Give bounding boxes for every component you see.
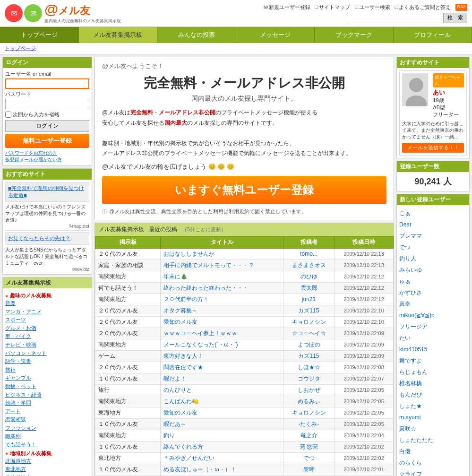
title-link[interactable]: こんばんわ🍋: [163, 398, 199, 405]
title-link[interactable]: メールこなくなった(´・ω・`): [163, 341, 238, 348]
bbs-link-pc[interactable]: パソコン・ネット: [5, 349, 89, 358]
bbs-link-hokkaido[interactable]: 北海道地方: [5, 457, 89, 466]
send-mail-link[interactable]: メールを送信する！！: [402, 143, 464, 153]
date-cell: 2009/12/10 22:12: [334, 282, 393, 294]
bbs-link-car[interactable]: 車・バイク: [5, 332, 89, 341]
new-user-link-item[interactable]: ゅぁ: [399, 276, 467, 287]
title-link[interactable]: める友ぼしゅー（・ω・）！: [163, 466, 236, 473]
new-user-link-item[interactable]: こぁ: [399, 208, 467, 219]
new-user-link-item[interactable]: m.ayumi: [399, 412, 467, 423]
sitemap-link[interactable]: □ サイトマップ: [315, 4, 351, 11]
info-icon: ⓘ: [102, 208, 107, 215]
remember-checkbox[interactable]: [5, 112, 11, 118]
title-link[interactable]: オタク募集～: [163, 307, 197, 314]
new-user-link-item[interactable]: 釣り人: [399, 253, 467, 264]
nav-top-page[interactable]: トップページ: [0, 27, 79, 43]
register-button[interactable]: 無料ユーザー登録: [5, 134, 89, 148]
new-user-link-item[interactable]: ktm410515: [399, 344, 467, 355]
new-user-link-item[interactable]: でつ: [399, 242, 467, 253]
register-banner-button[interactable]: いますぐ無料ユーザー登録: [102, 176, 386, 204]
bbs-link-business[interactable]: ビジネス・経済: [5, 391, 89, 399]
title-link[interactable]: 関西在住です★: [163, 364, 203, 371]
nav-message[interactable]: メッセージ: [236, 27, 315, 43]
bbs-link-music[interactable]: 音楽: [5, 299, 89, 308]
bbs-link-job[interactable]: 職業別: [5, 433, 89, 441]
new-user-link-item[interactable]: クライフ: [399, 468, 467, 476]
title-link[interactable]: 愛知のメル友: [163, 319, 197, 325]
new-user-link-item[interactable]: 真咲☆: [399, 423, 467, 434]
usage-note: ⓘ @メル友は異性交流、異性交際を目的とした利用は利用規約で固く禁止しています。: [102, 208, 386, 215]
new-user-link-item[interactable]: mikuo(≧∀≦)o: [399, 310, 467, 321]
bbs-link-food[interactable]: グルメ・お酒: [5, 324, 89, 333]
nav-bbs[interactable]: メル友募集掲示板: [79, 27, 158, 43]
nav-vote[interactable]: みんなの投票: [157, 27, 236, 43]
search-input[interactable]: [347, 13, 441, 23]
new-user-link-item[interactable]: 舞ですよ: [399, 355, 467, 366]
bbs-link-pet[interactable]: 動物・ペット: [5, 382, 89, 391]
title-link[interactable]: のんびりと: [163, 387, 192, 393]
new-user-link-item[interactable]: しょた★: [399, 400, 467, 412]
bbs-link-love[interactable]: 恋愛相談: [5, 415, 89, 424]
login-button[interactable]: ログイン: [5, 120, 89, 132]
search-button[interactable]: 検 索: [443, 13, 467, 23]
new-user-link-item[interactable]: 真幸: [399, 298, 467, 310]
profile-job: フリーター: [433, 111, 464, 118]
title-link[interactable]: 暇だよ！: [163, 375, 186, 382]
bbs-link-tohoku[interactable]: 東北地方: [5, 465, 89, 474]
title-link[interactable]: ２０代前半の方！: [163, 296, 209, 303]
date-cell: 2009/12/10 22:01: [334, 464, 393, 475]
bbs-link-reading[interactable]: 語学・読書: [5, 357, 89, 366]
nav-bookmark[interactable]: ブックマーク: [315, 27, 394, 43]
new-user-link-item[interactable]: のらくら: [399, 457, 467, 468]
rec-banner-link-2[interactable]: お見くなったらその先は？: [8, 235, 70, 241]
profile-badge: @きゃーちゃん: [433, 73, 464, 87]
forgot-password-link[interactable]: パスワードをお忘れの方: [5, 150, 89, 156]
new-user-link-item[interactable]: 白優: [399, 446, 467, 457]
faq-link[interactable]: □ よくあるご質問と答え: [395, 4, 451, 11]
title-link[interactable]: 終わった終わった終わった・・・: [163, 285, 249, 291]
nav-profile[interactable]: プロフィール: [394, 27, 472, 43]
user-search-link[interactable]: □ ユーザー検索: [355, 4, 390, 11]
title-link[interactable]: 年末に🎄: [163, 273, 188, 280]
bbs-link-travel[interactable]: 旅行: [5, 366, 89, 374]
board-cell: 旅行: [95, 384, 161, 396]
bbs-link-art[interactable]: アート: [5, 407, 89, 416]
new-user-link-item[interactable]: しょたたたた: [399, 434, 467, 446]
bbs-link-anime[interactable]: マンガ・アニメ: [5, 308, 89, 316]
rec-banner-link-1[interactable]: ■完全無料で理想の仲間を見つける近道■: [8, 185, 84, 198]
breadcrumb-link[interactable]: トップページ: [5, 45, 36, 51]
password-input[interactable]: [5, 99, 89, 109]
bbs-link-sports[interactable]: スポーツ: [5, 316, 89, 324]
new-user-link-item[interactable]: たい: [399, 332, 467, 344]
title-link[interactable]: 暇だあ～: [163, 421, 186, 427]
new-user-link[interactable]: ✉ 新規ユーザー登録: [264, 4, 310, 11]
new-user-link-item[interactable]: Dear: [399, 219, 467, 230]
new-user-link-item[interactable]: もんだぴ: [399, 389, 467, 400]
title-link[interactable]: ｗｗｗコーヘイ参上！ｗｗｗ: [163, 330, 237, 337]
bbs-link-gamble[interactable]: ギャンブル: [5, 374, 89, 382]
title-link[interactable]: 東方好きな人！: [163, 353, 203, 359]
title-link[interactable]: 愛知のメル友: [163, 409, 197, 416]
table-row: 東海地方 愛知のメル友 キョロノシン 2009/12/10 22:05: [95, 407, 394, 418]
new-user-link-item[interactable]: らじょもん: [399, 366, 467, 378]
title-link[interactable]: ＊みやぎ／せんだい: [163, 455, 215, 461]
new-user-link-item[interactable]: 椎名林檎: [399, 378, 467, 389]
bbs-link-kitashinetsu[interactable]: 北信越地方: [5, 474, 89, 476]
header-links: ✉ 新規ユーザー登録 □ サイトマップ □ ユーザー検索 □ よくあるご質問と答…: [264, 4, 467, 11]
title-link[interactable]: 絡んでくれる方: [163, 443, 203, 450]
bbs-link-tv[interactable]: テレビ・映画: [5, 341, 89, 349]
title-link[interactable]: 釣り: [163, 432, 175, 439]
title-link[interactable]: おはなししませんか: [163, 251, 215, 257]
bbs-link-study[interactable]: 勉強・学問: [5, 399, 89, 407]
board-cell: 南関東地方: [95, 396, 161, 407]
title-link[interactable]: 相手に内緒でメルトモって・・・？: [163, 262, 254, 268]
username-input[interactable]: [5, 78, 89, 89]
new-user-link-item[interactable]: プレママ: [399, 230, 467, 242]
bbs-link-talk[interactable]: でも話そう！: [5, 441, 89, 449]
new-user-link-item[interactable]: フリージア: [399, 321, 467, 332]
bbs-link-fashion[interactable]: ファッション: [5, 424, 89, 433]
new-user-link-item[interactable]: かずひさ: [399, 287, 467, 298]
new-user-link-item[interactable]: みらいゆ: [399, 264, 467, 276]
no-email-link[interactable]: 仮登録メールが届かない方: [5, 156, 89, 163]
board-cell: ゲーム: [95, 350, 161, 362]
